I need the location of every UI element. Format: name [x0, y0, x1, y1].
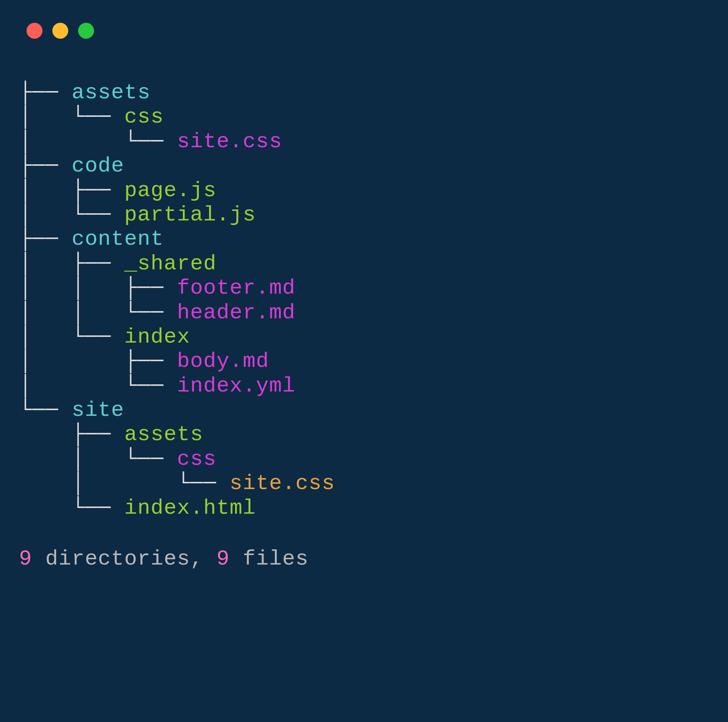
tree-entry: footer.md: [177, 276, 296, 300]
tree-output: ├── assets │ └── css │ └── site.css ├── …: [19, 80, 713, 520]
tree-summary: 9 directories, 9 files: [19, 547, 713, 571]
dir-count: 9: [19, 547, 32, 571]
tree-entry: content: [72, 227, 164, 251]
file-count: 9: [217, 547, 230, 571]
window-controls: [27, 23, 713, 39]
tree-prefix: │ └──: [19, 325, 124, 349]
tree-entry: index.html: [124, 496, 256, 520]
tree-entry: code: [72, 154, 124, 178]
minimize-icon[interactable]: [52, 23, 68, 39]
tree-prefix: ├──: [19, 80, 72, 105]
tree-entry: page.js: [124, 178, 217, 203]
tree-entry: index.yml: [177, 374, 296, 398]
tree-prefix: ├──: [19, 422, 124, 447]
tree-entry: site: [72, 398, 124, 422]
tree-entry: assets: [124, 422, 203, 447]
file-label: files: [230, 547, 309, 571]
tree-prefix: │ │ └──: [19, 300, 177, 325]
tree-entry: index: [124, 325, 190, 349]
tree-prefix: │ ├──: [19, 178, 124, 203]
close-icon[interactable]: [27, 23, 42, 39]
tree-prefix: │ └──: [19, 105, 124, 129]
tree-entry: _shared: [124, 252, 217, 276]
tree-entry: css: [177, 447, 217, 471]
tree-prefix: │ ├──: [19, 349, 177, 373]
tree-entry: site.css: [230, 471, 335, 495]
tree-prefix: │ ├──: [19, 252, 124, 276]
tree-prefix: └──: [19, 398, 72, 422]
tree-entry: css: [124, 105, 164, 129]
tree-prefix: │ │ ├──: [19, 276, 177, 300]
tree-entry: assets: [72, 80, 151, 105]
tree-entry: site.css: [177, 129, 282, 154]
tree-entry: body.md: [177, 349, 269, 373]
tree-prefix: ├──: [19, 227, 72, 251]
tree-prefix: │ └──: [19, 203, 124, 227]
tree-prefix: └──: [19, 496, 124, 520]
maximize-icon[interactable]: [78, 23, 94, 39]
tree-prefix: │ └──: [19, 129, 177, 154]
tree-prefix: │ └──: [19, 374, 177, 398]
tree-prefix: ├──: [19, 154, 72, 178]
tree-prefix: │ └──: [19, 471, 230, 495]
tree-entry: partial.js: [124, 203, 256, 227]
tree-prefix: │ └──: [19, 447, 177, 471]
dir-label: directories,: [32, 547, 217, 571]
tree-entry: header.md: [177, 300, 296, 325]
